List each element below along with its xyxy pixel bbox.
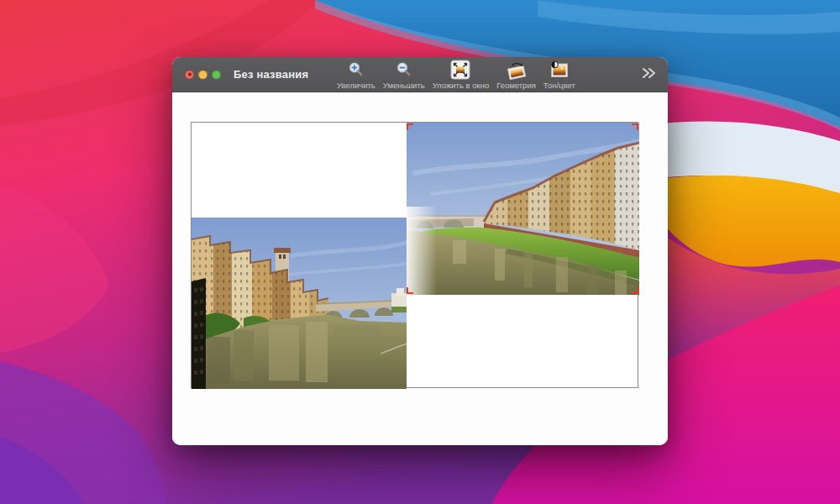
window-title: Без названия: [234, 57, 308, 92]
unsaved-changes-dot: [188, 73, 192, 76]
toolbar-item-label: Уменьшить: [383, 81, 425, 90]
toolbar: Увеличить Уменьшить: [337, 60, 575, 90]
selection-corner-marker-bottom-right: [632, 287, 638, 294]
toolbar-overflow-button[interactable]: [641, 66, 656, 83]
double-chevron-right-icon: [641, 66, 656, 80]
window-titlebar[interactable]: Без названия Увеличить: [172, 57, 668, 92]
desktop: Без названия Увеличить: [0, 0, 840, 504]
document-content-area: [172, 92, 668, 445]
fit-to-window-icon: [450, 60, 470, 80]
magnifier-minus-icon: [396, 60, 412, 80]
toolbar-item-fit-to-window[interactable]: Уложить в окно: [433, 60, 489, 90]
toolbar-item-zoom-in[interactable]: Увеличить: [337, 60, 375, 90]
photo-fragment-bottom-left: [192, 218, 407, 389]
image-canvas[interactable]: [191, 122, 638, 388]
selection-corner-marker-top-left: [407, 123, 413, 130]
tone-color-icon: [549, 60, 570, 80]
toolbar-item-label: Тон/цвет: [543, 81, 575, 90]
selection-corner-marker-top-right: [632, 123, 638, 130]
toolbar-item-tone-color[interactable]: Тон/цвет: [543, 60, 575, 90]
toolbar-item-label: Увеличить: [337, 81, 375, 90]
app-window: Без названия Увеличить: [172, 57, 668, 445]
selection-corner-marker-bottom-left: [407, 287, 413, 294]
toolbar-item-zoom-out[interactable]: Уменьшить: [383, 60, 425, 90]
zoom-window-button[interactable]: [212, 70, 221, 79]
magnifier-plus-icon: [348, 60, 365, 80]
toolbar-item-label: Уложить в окно: [433, 81, 489, 90]
toolbar-item-geometry[interactable]: Геометрия: [496, 60, 536, 90]
photo-fragment-top-right: [407, 123, 639, 295]
minimize-button[interactable]: [198, 70, 207, 79]
traffic-lights: [185, 70, 221, 79]
close-button[interactable]: [185, 70, 194, 79]
toolbar-item-label: Геометрия: [496, 81, 536, 90]
rotate-photo-icon: [506, 60, 528, 80]
